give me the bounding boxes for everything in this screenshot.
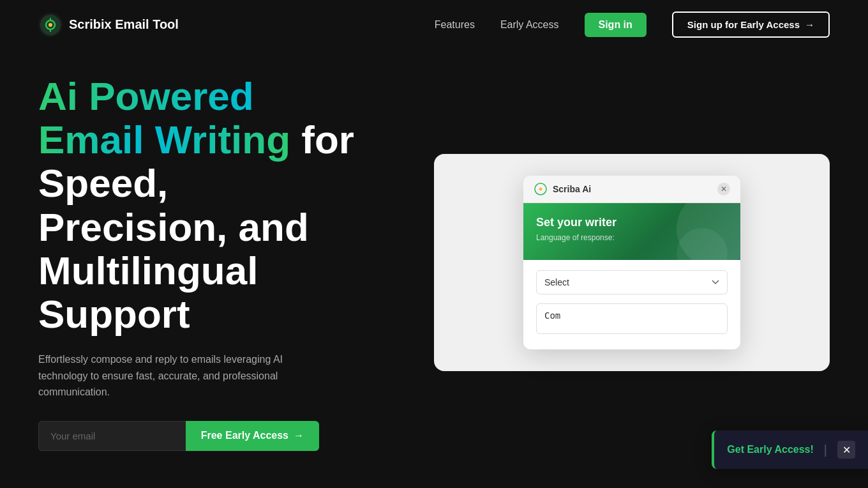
heading-email: Email [38,118,144,162]
window-logo-icon [534,182,548,196]
heading-multilingual: Multilingual [38,248,258,293]
window-titlebar: Scriba Ai ✕ [523,176,740,203]
heading-for: for [301,118,354,162]
notification-text: Get Early Access! [727,444,813,455]
logo-text: Scribix Email Tool [69,17,179,32]
window-title-left: Scriba Ai [534,182,591,196]
free-access-label: Free Early Access [201,430,288,441]
heading-support: Support [38,292,190,336]
notification-close-button[interactable]: ✕ [837,441,855,459]
heading-writing: Writing [155,118,290,162]
hero-text: Ai Powered Email Writing for Speed, Prec… [38,75,396,451]
window-form: Select English Spanish French Com [523,260,740,349]
nav-early-access[interactable]: Early Access [500,19,559,31]
app-window: Scriba Ai ✕ Set your writer Language of … [523,176,740,349]
nav-features[interactable]: Features [435,19,475,31]
email-input[interactable] [38,421,186,451]
heading-precision: Precision, and [38,205,309,249]
svg-point-2 [49,23,52,27]
logo-icon [38,13,63,37]
svg-point-7 [539,188,542,191]
window-banner: Set your writer Language of response: [523,203,740,260]
heading-speed: Speed, [38,161,168,205]
notification-divider: | [824,443,827,457]
logo-link[interactable]: Scribix Email Tool [38,13,179,37]
signup-button[interactable]: Sign up for Early Access → [672,11,830,38]
hero-description: Effortlessly compose and reply to emails… [38,351,319,400]
window-title-text: Scriba Ai [553,184,591,194]
free-access-button[interactable]: Free Early Access → [186,421,319,451]
window-close-button[interactable]: ✕ [717,183,730,195]
signup-label: Sign up for Early Access [687,19,800,30]
compose-textarea[interactable]: Com [536,303,728,334]
main-content: Ai Powered Email Writing for Speed, Prec… [0,49,868,477]
signup-arrow: → [805,19,814,30]
email-form: Free Early Access → [38,421,319,451]
free-access-arrow: → [294,430,304,441]
nav-links: Features Early Access Sign in Sign up fo… [435,11,830,38]
navbar: Scribix Email Tool Features Early Access… [0,0,868,49]
signin-button[interactable]: Sign in [585,13,647,37]
language-select[interactable]: Select English Spanish French [536,270,728,294]
hero-heading: Ai Powered Email Writing for Speed, Prec… [38,75,396,336]
heading-ai: Ai Powered [38,74,254,118]
floating-notification: Get Early Access! | ✕ [712,431,868,469]
hero-image: Scriba Ai ✕ Set your writer Language of … [434,154,830,371]
